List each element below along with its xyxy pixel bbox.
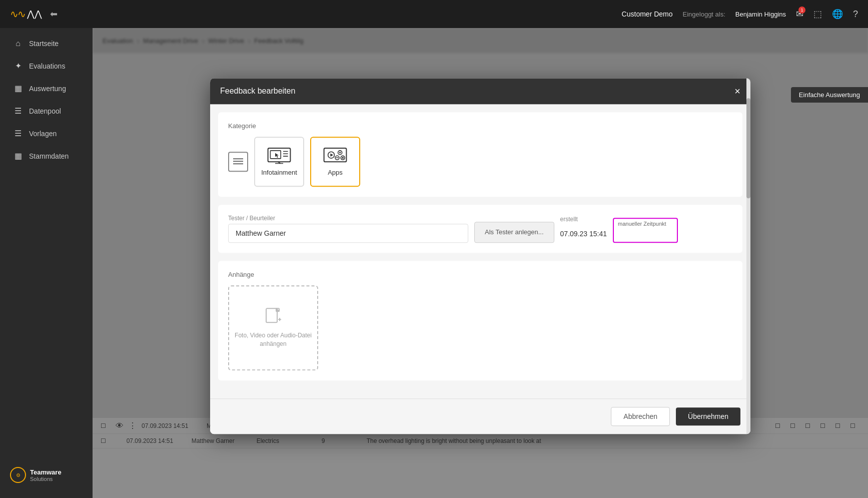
upload-text: Foto, Video oder Audio-Datei anhängen [229, 331, 317, 348]
topbar-left: ∿∿ ⋀⋀ ⬅ [10, 8, 58, 20]
modal-body[interactable]: Kategorie [210, 104, 750, 398]
sidebar-item-datenpool[interactable]: ☰ Datenpool [3, 100, 90, 122]
sidebar-item-auswertung[interactable]: ▦ Auswertung [3, 78, 90, 99]
customer-demo-label: Customer Demo [622, 10, 673, 18]
chart-icon: ▦ [13, 84, 23, 93]
main-layout: ⌂ Startseite ✦ Evaluations ▦ Auswertung … [0, 28, 868, 498]
company-name: Teamware Solutions [30, 468, 62, 482]
abbrechen-button[interactable]: Abbrechen [611, 407, 670, 426]
topbar-right: Customer Demo Eingeloggt als: Benjamin H… [622, 9, 858, 20]
ubernehmen-button[interactable]: Übernehmen [676, 407, 740, 425]
tester-row: Tester / Beurteiler Als Tester anlegen..… [228, 215, 732, 243]
erstellt-group: erstellt 07.09.23 15:41 [560, 216, 607, 243]
help-icon[interactable]: ? [853, 9, 858, 20]
svg-marker-12 [330, 153, 333, 156]
manueller-zeitpunkt-box[interactable]: manueller Zeitpunkt [613, 218, 678, 243]
sidebar: ⌂ Startseite ✦ Evaluations ▦ Auswertung … [0, 28, 93, 498]
sidebar-label-vorlagen: Vorlagen [29, 130, 57, 138]
category-row: Infotainment [228, 137, 732, 187]
company-logo: ⚙ [10, 467, 26, 483]
logged-in-label: Eingeloggt als: [683, 11, 725, 18]
sidebar-label-auswertung: Auswertung [29, 85, 66, 93]
modal: Feedback bearbeiten × Kategorie [210, 78, 750, 434]
logo-wave-icon: ∿∿ [10, 8, 25, 20]
sidebar-item-startseite[interactable]: ⌂ Startseite [3, 33, 90, 54]
sidebar-label-evaluations: Evaluations [29, 62, 65, 70]
modal-header: Feedback bearbeiten × [210, 78, 750, 104]
database-icon: ☰ [13, 106, 23, 116]
template-icon: ☰ [13, 129, 23, 138]
modal-title: Feedback bearbeiten [220, 87, 295, 96]
globe-icon[interactable]: 🌐 [832, 9, 843, 20]
upload-box[interactable]: Foto, Video oder Audio-Datei anhängen [228, 285, 318, 370]
apps-label: Apps [328, 169, 343, 176]
menu-toggle-icon[interactable]: ⬅ [50, 9, 58, 20]
infotainment-label: Infotainment [261, 169, 297, 176]
list-view-button[interactable] [228, 152, 248, 172]
list-icon [233, 158, 243, 166]
modal-close-button[interactable]: × [734, 86, 740, 96]
topbar: ∿∿ ⋀⋀ ⬅ Customer Demo Eingeloggt als: Be… [0, 0, 868, 28]
einfache-auswertung-tag: Einfache Auswertung [791, 87, 868, 103]
tester-field-group: Tester / Beurteiler [228, 215, 468, 243]
category-apps[interactable]: Apps [310, 137, 360, 187]
sidebar-label-stammdaten: Stammdaten [29, 152, 69, 160]
scrollbar-thumb[interactable] [746, 98, 750, 198]
kategorie-section: Kategorie [218, 112, 742, 197]
erstellt-label: erstellt [560, 216, 607, 223]
modal-footer: Abbrechen Übernehmen [210, 398, 750, 434]
logged-in-user: Benjamin Higgins [735, 11, 786, 18]
sidebar-item-vorlagen[interactable]: ☰ Vorlagen [3, 123, 90, 144]
sidebar-item-evaluations[interactable]: ✦ Evaluations [3, 55, 90, 77]
apps-icon [323, 147, 347, 165]
content-area: Evaluation › Management Drive › Winter D… [93, 28, 868, 498]
sidebar-label-datenpool: Datenpool [29, 107, 61, 115]
svg-rect-2 [233, 163, 243, 164]
logo: ∿∿ ⋀⋀ [10, 8, 42, 20]
sidebar-nav: ⌂ Startseite ✦ Evaluations ▦ Auswertung … [0, 33, 93, 167]
star-icon: ✦ [13, 61, 23, 71]
als-tester-button[interactable]: Als Tester anlegen... [474, 222, 554, 243]
logout-icon[interactable]: ⬚ [813, 9, 822, 20]
infotainment-icon [267, 147, 291, 165]
upload-icon [264, 307, 282, 327]
erstellt-value: 07.09.23 15:41 [560, 225, 607, 243]
mail-icon[interactable]: ✉ 1 [796, 9, 803, 20]
home-icon: ⌂ [13, 39, 23, 48]
svg-rect-20 [266, 308, 277, 322]
tester-label: Tester / Beurteiler [228, 215, 468, 222]
category-infotainment[interactable]: Infotainment [254, 137, 304, 187]
sidebar-label-startseite: Startseite [29, 40, 59, 48]
manueller-label: manueller Zeitpunkt [618, 221, 666, 227]
sidebar-logo: ⚙ Teamware Solutions [0, 462, 93, 488]
kategorie-label: Kategorie [228, 122, 732, 130]
sidebar-item-stammdaten[interactable]: ▦ Stammdaten [3, 145, 90, 167]
svg-point-14 [339, 152, 341, 153]
logo-chevrons-icon: ⋀⋀ [27, 9, 42, 20]
anhaenge-section: Anhänge Foto, Video oder Audio-Datei anh… [218, 261, 742, 380]
tester-input[interactable] [228, 224, 468, 243]
notification-badge: 1 [798, 7, 805, 14]
svg-rect-0 [233, 158, 243, 159]
anhaenge-label: Anhänge [228, 271, 732, 278]
tester-section: Tester / Beurteiler Als Tester anlegen..… [218, 205, 742, 253]
scrollbar-track [746, 78, 750, 434]
grid-icon: ▦ [13, 151, 23, 161]
svg-rect-1 [233, 161, 243, 162]
